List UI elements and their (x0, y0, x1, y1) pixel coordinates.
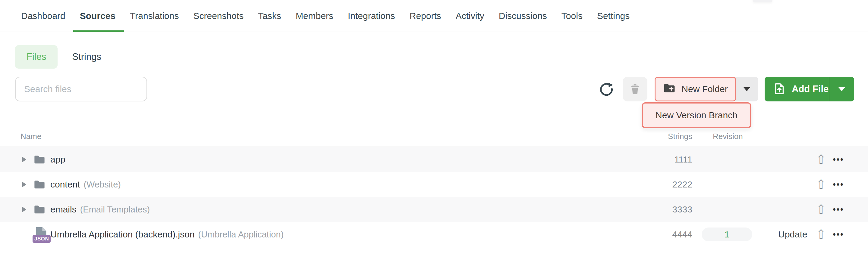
file-upload-icon (772, 82, 786, 97)
search-input[interactable] (15, 77, 147, 101)
tab-files[interactable]: Files (15, 45, 58, 69)
folder-name[interactable]: emails(Email Templates) (50, 204, 150, 215)
refresh-icon (598, 94, 615, 99)
file-note: (Umbrella Application) (198, 230, 284, 239)
strings-count: 2222 (672, 179, 692, 190)
table-row: content(Website) 2222 (0, 172, 868, 197)
folder-name[interactable]: content(Website) (50, 179, 121, 190)
column-header-strings: Strings (668, 132, 692, 141)
folder-name-text: content (50, 179, 80, 189)
folder-icon (33, 153, 46, 166)
menu-item-new-version-branch[interactable]: New Version Branch (642, 102, 751, 128)
add-file-button[interactable]: Add File (765, 77, 854, 101)
nav-item-integrations[interactable]: Integrations (348, 0, 395, 32)
add-file-dropdown-toggle[interactable] (830, 77, 854, 101)
table-row: app 1111 (0, 147, 868, 172)
folder-note: (Email Templates) (80, 205, 150, 214)
upload-icon[interactable] (814, 153, 828, 166)
nav-item-sources[interactable]: Sources (80, 0, 116, 32)
nav-item-settings[interactable]: Settings (597, 0, 629, 32)
nav-item-tools[interactable]: Tools (561, 0, 583, 32)
folder-name-text: emails (50, 204, 76, 214)
folder-name[interactable]: app (50, 154, 65, 164)
revision-badge[interactable]: 1 (702, 227, 752, 241)
new-folder-label: New Folder (681, 84, 727, 94)
nav-item-dashboard[interactable]: Dashboard (21, 0, 65, 32)
files-table: app 1111 content(Website) 2222 (0, 147, 868, 247)
more-icon[interactable] (831, 155, 846, 164)
upload-icon[interactable] (814, 203, 828, 216)
column-header-name: Name (21, 132, 41, 141)
caret-down-icon (838, 87, 845, 91)
files-strings-tabs: Files Strings (15, 45, 101, 69)
more-icon[interactable] (831, 180, 846, 189)
file-name-text: Umbrella Application (backend).json (50, 229, 195, 239)
project-nav: Dashboard Sources Translations Screensho… (0, 0, 868, 32)
folder-plus-icon (663, 81, 676, 97)
strings-count: 1111 (674, 154, 692, 164)
nav-item-screenshots[interactable]: Screenshots (193, 0, 244, 32)
json-file-icon: JSON (35, 227, 47, 242)
row-expander-icon[interactable] (22, 207, 26, 212)
tab-strings[interactable]: Strings (72, 51, 101, 62)
new-folder-dropdown-menu: New Version Branch (642, 102, 751, 128)
nav-item-members[interactable]: Members (296, 0, 333, 32)
nav-item-tasks[interactable]: Tasks (258, 0, 281, 32)
table-header: Name Strings Revision (0, 132, 868, 142)
folder-icon (33, 178, 46, 191)
file-name[interactable]: Umbrella Application (backend).json(Umbr… (50, 229, 284, 240)
folder-icon (33, 203, 46, 216)
caret-down-icon (744, 87, 750, 91)
nav-item-reports[interactable]: Reports (410, 0, 441, 32)
more-icon[interactable] (831, 230, 846, 239)
strings-count: 3333 (672, 204, 692, 215)
files-toolbar: New Folder Add File (0, 77, 868, 101)
column-header-revision: Revision (713, 132, 743, 141)
delete-button[interactable] (623, 77, 647, 101)
refresh-button[interactable] (598, 81, 615, 98)
new-folder-dropdown-toggle[interactable] (735, 77, 758, 101)
folder-note: (Website) (84, 180, 121, 189)
trash-icon (629, 82, 641, 96)
file-type-badge: JSON (33, 235, 51, 243)
nav-item-activity[interactable]: Activity (456, 0, 484, 32)
table-row: JSON Umbrella Application (backend).json… (0, 222, 868, 247)
update-link[interactable]: Update (778, 229, 807, 240)
nav-item-discussions[interactable]: Discussions (499, 0, 547, 32)
upload-icon[interactable] (814, 178, 828, 191)
row-expander-icon[interactable] (22, 182, 26, 187)
upload-icon[interactable] (814, 228, 828, 241)
strings-count: 4444 (672, 229, 692, 240)
row-expander-icon[interactable] (22, 157, 26, 162)
table-row: emails(Email Templates) 3333 (0, 197, 868, 222)
new-folder-button[interactable]: New Folder (655, 77, 736, 101)
nav-item-translations[interactable]: Translations (130, 0, 179, 32)
add-file-label: Add File (792, 84, 829, 95)
sources-page: Dashboard Sources Translations Screensho… (0, 0, 868, 257)
more-icon[interactable] (831, 205, 846, 214)
